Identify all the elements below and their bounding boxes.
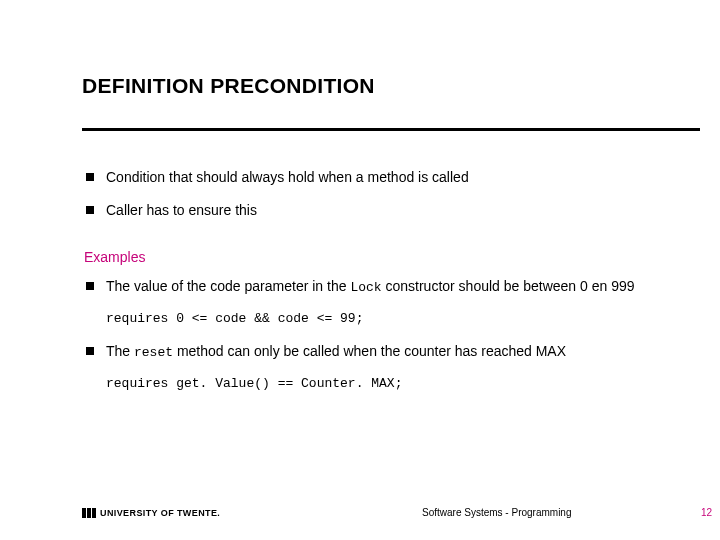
content-area: Condition that should always hold when a… bbox=[82, 168, 652, 407]
bullet-text: Caller has to ensure this bbox=[106, 201, 257, 220]
bullet-mark-icon bbox=[86, 206, 94, 214]
slide-title: DEFINITION PRECONDITION bbox=[82, 74, 720, 98]
bullet-item: The reset method can only be called when… bbox=[82, 342, 652, 362]
bullet-item: Caller has to ensure this bbox=[82, 201, 652, 220]
logo-text: UNIVERSITY OF TWENTE. bbox=[100, 508, 220, 518]
footer-center-text: Software Systems - Programming bbox=[422, 507, 572, 518]
text-pre: The bbox=[106, 343, 134, 359]
bullet-text: Condition that should always hold when a… bbox=[106, 168, 469, 187]
code-line: requires get. Value() == Counter. MAX; bbox=[106, 375, 652, 393]
horizontal-rule bbox=[82, 128, 700, 131]
bullet-mark-icon bbox=[86, 173, 94, 181]
bullet-mark-icon bbox=[86, 282, 94, 290]
logo-mark-icon bbox=[82, 508, 96, 518]
code-line: requires 0 <= code && code <= 99; bbox=[106, 310, 652, 328]
bullet-mark-icon bbox=[86, 347, 94, 355]
code-inline: Lock bbox=[350, 280, 381, 295]
bullet-text: The reset method can only be called when… bbox=[106, 342, 566, 362]
logo: UNIVERSITY OF TWENTE. bbox=[82, 508, 220, 518]
page-number: 12 bbox=[701, 507, 712, 518]
bullet-item: The value of the code parameter in the L… bbox=[82, 277, 652, 297]
text-pre: The value of the code parameter in the bbox=[106, 278, 350, 294]
code-inline: reset bbox=[134, 345, 173, 360]
footer: UNIVERSITY OF TWENTE. Software Systems -… bbox=[82, 508, 692, 518]
bullet-item: Condition that should always hold when a… bbox=[82, 168, 652, 187]
examples-heading: Examples bbox=[84, 248, 652, 267]
text-post: constructor should be between 0 en 999 bbox=[382, 278, 635, 294]
text-post: method can only be called when the count… bbox=[173, 343, 566, 359]
bullet-text: The value of the code parameter in the L… bbox=[106, 277, 635, 297]
slide: DEFINITION PRECONDITION Condition that s… bbox=[0, 0, 720, 540]
